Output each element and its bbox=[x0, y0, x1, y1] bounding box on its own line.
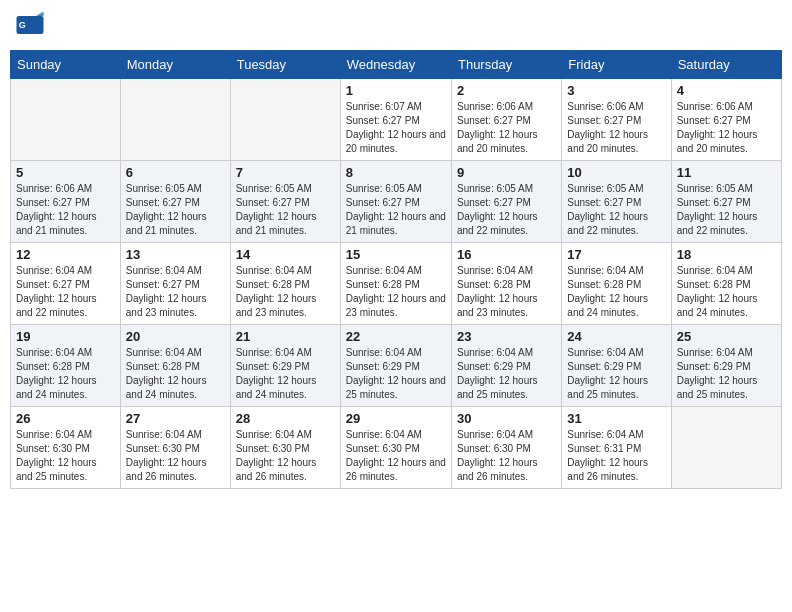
calendar-cell: 12Sunrise: 6:04 AM Sunset: 6:27 PM Dayli… bbox=[11, 243, 121, 325]
calendar-cell: 19Sunrise: 6:04 AM Sunset: 6:28 PM Dayli… bbox=[11, 325, 121, 407]
day-number: 30 bbox=[457, 411, 556, 426]
day-number: 1 bbox=[346, 83, 446, 98]
calendar-cell: 31Sunrise: 6:04 AM Sunset: 6:31 PM Dayli… bbox=[562, 407, 671, 489]
day-number: 15 bbox=[346, 247, 446, 262]
weekday-header-row: SundayMondayTuesdayWednesdayThursdayFrid… bbox=[11, 51, 782, 79]
logo-icon: G bbox=[15, 10, 45, 40]
day-info: Sunrise: 6:06 AM Sunset: 6:27 PM Dayligh… bbox=[16, 182, 115, 238]
day-info: Sunrise: 6:04 AM Sunset: 6:28 PM Dayligh… bbox=[567, 264, 665, 320]
day-number: 26 bbox=[16, 411, 115, 426]
weekday-header: Monday bbox=[120, 51, 230, 79]
calendar-cell: 1Sunrise: 6:07 AM Sunset: 6:27 PM Daylig… bbox=[340, 79, 451, 161]
calendar-cell: 7Sunrise: 6:05 AM Sunset: 6:27 PM Daylig… bbox=[230, 161, 340, 243]
day-number: 14 bbox=[236, 247, 335, 262]
calendar-cell: 20Sunrise: 6:04 AM Sunset: 6:28 PM Dayli… bbox=[120, 325, 230, 407]
calendar-cell: 18Sunrise: 6:04 AM Sunset: 6:28 PM Dayli… bbox=[671, 243, 781, 325]
calendar-cell: 2Sunrise: 6:06 AM Sunset: 6:27 PM Daylig… bbox=[451, 79, 561, 161]
calendar-cell: 8Sunrise: 6:05 AM Sunset: 6:27 PM Daylig… bbox=[340, 161, 451, 243]
calendar-cell: 26Sunrise: 6:04 AM Sunset: 6:30 PM Dayli… bbox=[11, 407, 121, 489]
day-info: Sunrise: 6:05 AM Sunset: 6:27 PM Dayligh… bbox=[346, 182, 446, 238]
day-number: 13 bbox=[126, 247, 225, 262]
day-number: 5 bbox=[16, 165, 115, 180]
calendar-cell: 11Sunrise: 6:05 AM Sunset: 6:27 PM Dayli… bbox=[671, 161, 781, 243]
day-number: 23 bbox=[457, 329, 556, 344]
calendar-week-row: 19Sunrise: 6:04 AM Sunset: 6:28 PM Dayli… bbox=[11, 325, 782, 407]
calendar-cell: 4Sunrise: 6:06 AM Sunset: 6:27 PM Daylig… bbox=[671, 79, 781, 161]
calendar-cell: 6Sunrise: 6:05 AM Sunset: 6:27 PM Daylig… bbox=[120, 161, 230, 243]
weekday-header: Sunday bbox=[11, 51, 121, 79]
calendar-cell: 15Sunrise: 6:04 AM Sunset: 6:28 PM Dayli… bbox=[340, 243, 451, 325]
calendar-cell: 23Sunrise: 6:04 AM Sunset: 6:29 PM Dayli… bbox=[451, 325, 561, 407]
calendar-cell: 27Sunrise: 6:04 AM Sunset: 6:30 PM Dayli… bbox=[120, 407, 230, 489]
day-info: Sunrise: 6:04 AM Sunset: 6:27 PM Dayligh… bbox=[126, 264, 225, 320]
day-number: 11 bbox=[677, 165, 776, 180]
day-number: 29 bbox=[346, 411, 446, 426]
calendar-cell: 25Sunrise: 6:04 AM Sunset: 6:29 PM Dayli… bbox=[671, 325, 781, 407]
day-info: Sunrise: 6:04 AM Sunset: 6:30 PM Dayligh… bbox=[346, 428, 446, 484]
weekday-header: Friday bbox=[562, 51, 671, 79]
day-number: 16 bbox=[457, 247, 556, 262]
day-info: Sunrise: 6:04 AM Sunset: 6:28 PM Dayligh… bbox=[457, 264, 556, 320]
day-number: 27 bbox=[126, 411, 225, 426]
calendar-cell: 14Sunrise: 6:04 AM Sunset: 6:28 PM Dayli… bbox=[230, 243, 340, 325]
day-number: 28 bbox=[236, 411, 335, 426]
svg-marker-1 bbox=[36, 12, 44, 17]
day-info: Sunrise: 6:07 AM Sunset: 6:27 PM Dayligh… bbox=[346, 100, 446, 156]
day-info: Sunrise: 6:04 AM Sunset: 6:29 PM Dayligh… bbox=[567, 346, 665, 402]
calendar-cell: 22Sunrise: 6:04 AM Sunset: 6:29 PM Dayli… bbox=[340, 325, 451, 407]
day-info: Sunrise: 6:05 AM Sunset: 6:27 PM Dayligh… bbox=[567, 182, 665, 238]
calendar-cell: 28Sunrise: 6:04 AM Sunset: 6:30 PM Dayli… bbox=[230, 407, 340, 489]
calendar-cell: 9Sunrise: 6:05 AM Sunset: 6:27 PM Daylig… bbox=[451, 161, 561, 243]
day-number: 21 bbox=[236, 329, 335, 344]
day-info: Sunrise: 6:04 AM Sunset: 6:30 PM Dayligh… bbox=[126, 428, 225, 484]
calendar-cell: 5Sunrise: 6:06 AM Sunset: 6:27 PM Daylig… bbox=[11, 161, 121, 243]
calendar-cell: 29Sunrise: 6:04 AM Sunset: 6:30 PM Dayli… bbox=[340, 407, 451, 489]
calendar-cell: 10Sunrise: 6:05 AM Sunset: 6:27 PM Dayli… bbox=[562, 161, 671, 243]
day-number: 19 bbox=[16, 329, 115, 344]
calendar-table: SundayMondayTuesdayWednesdayThursdayFrid… bbox=[10, 50, 782, 489]
day-info: Sunrise: 6:04 AM Sunset: 6:28 PM Dayligh… bbox=[236, 264, 335, 320]
day-info: Sunrise: 6:04 AM Sunset: 6:29 PM Dayligh… bbox=[236, 346, 335, 402]
weekday-header: Tuesday bbox=[230, 51, 340, 79]
weekday-header: Wednesday bbox=[340, 51, 451, 79]
day-number: 7 bbox=[236, 165, 335, 180]
calendar-week-row: 1Sunrise: 6:07 AM Sunset: 6:27 PM Daylig… bbox=[11, 79, 782, 161]
day-info: Sunrise: 6:05 AM Sunset: 6:27 PM Dayligh… bbox=[457, 182, 556, 238]
day-info: Sunrise: 6:05 AM Sunset: 6:27 PM Dayligh… bbox=[677, 182, 776, 238]
day-info: Sunrise: 6:04 AM Sunset: 6:29 PM Dayligh… bbox=[457, 346, 556, 402]
calendar-cell bbox=[11, 79, 121, 161]
day-info: Sunrise: 6:04 AM Sunset: 6:28 PM Dayligh… bbox=[126, 346, 225, 402]
day-info: Sunrise: 6:04 AM Sunset: 6:30 PM Dayligh… bbox=[16, 428, 115, 484]
calendar-cell bbox=[120, 79, 230, 161]
day-info: Sunrise: 6:04 AM Sunset: 6:29 PM Dayligh… bbox=[677, 346, 776, 402]
day-number: 24 bbox=[567, 329, 665, 344]
calendar-week-row: 26Sunrise: 6:04 AM Sunset: 6:30 PM Dayli… bbox=[11, 407, 782, 489]
day-info: Sunrise: 6:06 AM Sunset: 6:27 PM Dayligh… bbox=[677, 100, 776, 156]
day-number: 3 bbox=[567, 83, 665, 98]
weekday-header: Saturday bbox=[671, 51, 781, 79]
calendar-cell: 3Sunrise: 6:06 AM Sunset: 6:27 PM Daylig… bbox=[562, 79, 671, 161]
day-info: Sunrise: 6:04 AM Sunset: 6:28 PM Dayligh… bbox=[346, 264, 446, 320]
svg-text:G: G bbox=[19, 20, 26, 30]
day-number: 9 bbox=[457, 165, 556, 180]
day-info: Sunrise: 6:06 AM Sunset: 6:27 PM Dayligh… bbox=[567, 100, 665, 156]
day-number: 4 bbox=[677, 83, 776, 98]
calendar-week-row: 5Sunrise: 6:06 AM Sunset: 6:27 PM Daylig… bbox=[11, 161, 782, 243]
day-info: Sunrise: 6:04 AM Sunset: 6:28 PM Dayligh… bbox=[677, 264, 776, 320]
weekday-header: Thursday bbox=[451, 51, 561, 79]
calendar-cell bbox=[230, 79, 340, 161]
logo: G bbox=[15, 10, 49, 40]
day-number: 22 bbox=[346, 329, 446, 344]
day-info: Sunrise: 6:06 AM Sunset: 6:27 PM Dayligh… bbox=[457, 100, 556, 156]
day-number: 6 bbox=[126, 165, 225, 180]
day-number: 18 bbox=[677, 247, 776, 262]
day-number: 8 bbox=[346, 165, 446, 180]
calendar-cell: 24Sunrise: 6:04 AM Sunset: 6:29 PM Dayli… bbox=[562, 325, 671, 407]
calendar-week-row: 12Sunrise: 6:04 AM Sunset: 6:27 PM Dayli… bbox=[11, 243, 782, 325]
day-number: 31 bbox=[567, 411, 665, 426]
day-number: 12 bbox=[16, 247, 115, 262]
day-info: Sunrise: 6:04 AM Sunset: 6:30 PM Dayligh… bbox=[457, 428, 556, 484]
day-info: Sunrise: 6:05 AM Sunset: 6:27 PM Dayligh… bbox=[126, 182, 225, 238]
day-info: Sunrise: 6:04 AM Sunset: 6:30 PM Dayligh… bbox=[236, 428, 335, 484]
page-header: G bbox=[10, 10, 782, 40]
